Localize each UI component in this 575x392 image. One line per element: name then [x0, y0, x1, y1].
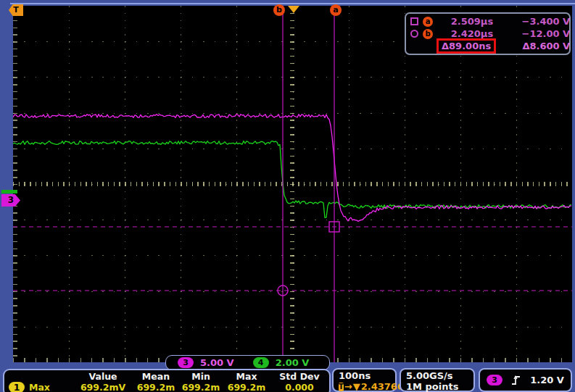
- trigger-position-icon[interactable]: [288, 6, 299, 13]
- waveform-canvas: [13, 6, 572, 362]
- measurement-row: 1 Max 699.2mV 699.2m 699.2m 699.2m 0.000: [9, 382, 326, 392]
- channel4-badge: 4: [253, 357, 269, 368]
- channel-scale-bar: 3 5.00 V 4 2.00 V: [165, 355, 330, 370]
- arrow-icon: →: [344, 381, 352, 392]
- meas-min: 699.2m: [178, 382, 223, 392]
- cursor-b-time: 2.420µs: [437, 28, 495, 39]
- rising-edge-icon: [511, 375, 521, 386]
- col-value: Value: [73, 371, 133, 382]
- top-edge-highlight: [10, 3, 575, 4]
- cursor-b-volts: −12.00 V: [495, 28, 570, 39]
- cursor-a-volts: −3.400 V: [495, 16, 570, 27]
- cursor-readout-box[interactable]: a 2.509µs −3.400 V b 2.420µs −12.00 V Δ8…: [405, 12, 571, 55]
- delta-volts: Δ8.600 V: [495, 41, 570, 51]
- cursor-b-circle-icon: [410, 30, 418, 38]
- sample-rate: 5.00GS/s: [406, 370, 468, 381]
- meas-value: 699.2mV: [73, 382, 133, 392]
- measurement-table[interactable]: Value Mean Min Max Std Dev 1 Max 699.2mV…: [3, 369, 331, 392]
- timebase-scale: 100ns: [339, 370, 390, 381]
- col-stddev: Std Dev: [270, 371, 329, 382]
- horizontal-settings-box[interactable]: 100ns T → ▼ 2.43760µs: [332, 368, 397, 392]
- delay-marker-icon: ▼: [353, 381, 360, 392]
- cursor-a-time: 2.509µs: [437, 16, 495, 27]
- channel4-position-marker[interactable]: [1, 190, 17, 193]
- trigger-level: 1.20 V: [530, 375, 564, 385]
- trigger-settings-box[interactable]: 3 1.20 V: [479, 368, 572, 392]
- trigger-t-icon: T: [339, 383, 344, 391]
- channel3-scale[interactable]: 3 5.00 V: [178, 357, 234, 368]
- channel3-badge: 3: [178, 357, 194, 368]
- delta-time-highlighted: Δ89.00ns: [437, 38, 496, 54]
- measurement-headers: Value Mean Min Max Std Dev: [9, 371, 326, 382]
- waveform-display: [13, 6, 572, 362]
- cursor-a-square-icon: [410, 17, 418, 25]
- channel4-scale[interactable]: 4 2.00 V: [253, 357, 310, 368]
- meas-stddev: 0.000: [270, 382, 329, 392]
- measurement-name: Max: [29, 382, 50, 392]
- cursor-b-top-badge[interactable]: b: [273, 4, 285, 16]
- trigger-source-badge: 3: [487, 375, 502, 385]
- col-max: Max: [223, 371, 270, 382]
- col-min: Min: [178, 371, 223, 382]
- channel1-badge: 1: [9, 382, 25, 392]
- channel4-scale-label: 2.00 V: [276, 357, 310, 368]
- record-length: 1M points: [406, 381, 468, 392]
- meas-max: 699.2m: [223, 382, 270, 392]
- cursor-a-badge: a: [423, 17, 433, 27]
- col-mean: Mean: [133, 371, 178, 382]
- meas-mean: 699.2m: [133, 382, 178, 392]
- channel3-scale-label: 5.00 V: [200, 357, 234, 368]
- cursor-b-badge: b: [423, 29, 433, 39]
- cursor-a-top-badge[interactable]: a: [330, 4, 342, 16]
- acquisition-box[interactable]: 5.00GS/s 1M points: [400, 368, 475, 392]
- trigger-time-flag[interactable]: T: [9, 4, 23, 16]
